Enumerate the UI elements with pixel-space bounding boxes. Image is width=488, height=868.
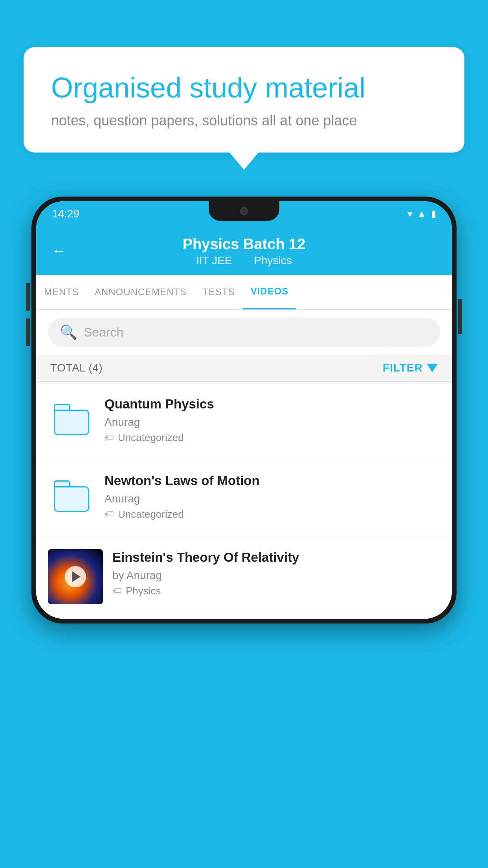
- tab-videos[interactable]: VIDEOS: [243, 275, 297, 309]
- hero-section: Organised study material notes, question…: [24, 47, 464, 153]
- hero-title: Organised study material: [51, 71, 437, 105]
- header-subtitle: IIT JEE Physics: [191, 254, 297, 267]
- phone-wrapper: 14:29 ▾ ▲ ▮ ← Physics Batch 12 IIT JEE P…: [31, 197, 457, 868]
- play-button-3[interactable]: [65, 566, 86, 587]
- list-item[interactable]: Newton's Laws of Motion Anurag 🏷 Uncateg…: [36, 458, 452, 535]
- search-bar[interactable]: 🔍 Search: [48, 318, 440, 347]
- app-header: ← Physics Batch 12 IIT JEE Physics: [36, 226, 452, 275]
- filter-label: FILTER: [383, 362, 423, 374]
- notch: [209, 201, 279, 221]
- battery-icon: ▮: [431, 208, 436, 219]
- tag-icon-3: 🏷: [112, 585, 122, 596]
- tab-tests[interactable]: TESTS: [194, 276, 242, 309]
- header-iitjee: IIT JEE: [196, 254, 232, 267]
- signal-icon: ▲: [417, 208, 426, 219]
- tab-announcements[interactable]: ANNOUNCEMENTS: [87, 276, 194, 309]
- status-bar: 14:29 ▾ ▲ ▮: [36, 201, 452, 226]
- tag-label-2: Uncategorized: [118, 508, 184, 520]
- speech-bubble: Organised study material notes, question…: [24, 47, 464, 153]
- status-icons: ▾ ▲ ▮: [407, 208, 436, 219]
- video-list: Quantum Physics Anurag 🏷 Uncategorized: [36, 382, 452, 619]
- folder-icon-wrap-2: [48, 473, 95, 520]
- video-title-3: Einstein's Theory Of Relativity: [112, 549, 440, 566]
- tab-ments[interactable]: MENTS: [36, 276, 87, 309]
- hero-subtitle: notes, question papers, solutions all at…: [51, 112, 437, 129]
- video-author-3: by Anurag: [112, 569, 440, 582]
- tag-icon-1: 🏷: [105, 432, 114, 443]
- video-tag-3: 🏷 Physics: [112, 585, 440, 597]
- volume-down-button: [26, 318, 30, 346]
- tag-label-1: Uncategorized: [118, 432, 184, 444]
- tabs-bar: MENTS ANNOUNCEMENTS TESTS VIDEOS: [36, 275, 452, 310]
- phone-outer: 14:29 ▾ ▲ ▮ ← Physics Batch 12 IIT JEE P…: [31, 197, 457, 623]
- filter-icon: [427, 364, 438, 372]
- video-title-2: Newton's Laws of Motion: [105, 473, 440, 489]
- folder-icon-2: [54, 480, 89, 512]
- video-info-1: Quantum Physics Anurag 🏷 Uncategorized: [105, 396, 440, 444]
- play-triangle-icon: [72, 571, 81, 582]
- video-author-2: Anurag: [105, 493, 440, 505]
- video-author-1: Anurag: [105, 416, 440, 428]
- total-count: TOTAL (4): [50, 362, 103, 374]
- folder-icon-1: [54, 404, 89, 435]
- volume-up-button: [26, 283, 30, 311]
- wifi-icon: ▾: [407, 208, 412, 219]
- camera-dot: [240, 207, 248, 215]
- tag-icon-2: 🏷: [105, 509, 114, 520]
- back-button[interactable]: ←: [52, 243, 66, 259]
- video-title-1: Quantum Physics: [105, 396, 440, 413]
- list-item[interactable]: Einstein's Theory Of Relativity by Anura…: [36, 535, 452, 619]
- status-time: 14:29: [52, 208, 79, 220]
- video-thumbnail-3: [48, 549, 103, 604]
- header-title: Physics Batch 12: [183, 236, 306, 253]
- list-item[interactable]: Quantum Physics Anurag 🏷 Uncategorized: [36, 382, 452, 458]
- header-physics: Physics: [254, 254, 292, 267]
- filter-button[interactable]: FILTER: [383, 362, 438, 374]
- search-icon: 🔍: [60, 324, 77, 340]
- filter-bar: TOTAL (4) FILTER: [36, 355, 452, 382]
- search-container: 🔍 Search: [36, 310, 452, 355]
- phone-screen: 14:29 ▾ ▲ ▮ ← Physics Batch 12 IIT JEE P…: [36, 201, 452, 619]
- folder-icon-wrap-1: [48, 396, 95, 443]
- video-info-2: Newton's Laws of Motion Anurag 🏷 Uncateg…: [105, 473, 440, 520]
- video-info-3: Einstein's Theory Of Relativity by Anura…: [112, 549, 440, 597]
- video-tag-1: 🏷 Uncategorized: [105, 432, 440, 444]
- power-button: [458, 299, 462, 334]
- search-placeholder: Search: [84, 325, 123, 340]
- video-tag-2: 🏷 Uncategorized: [105, 508, 440, 520]
- tag-label-3: Physics: [126, 585, 161, 597]
